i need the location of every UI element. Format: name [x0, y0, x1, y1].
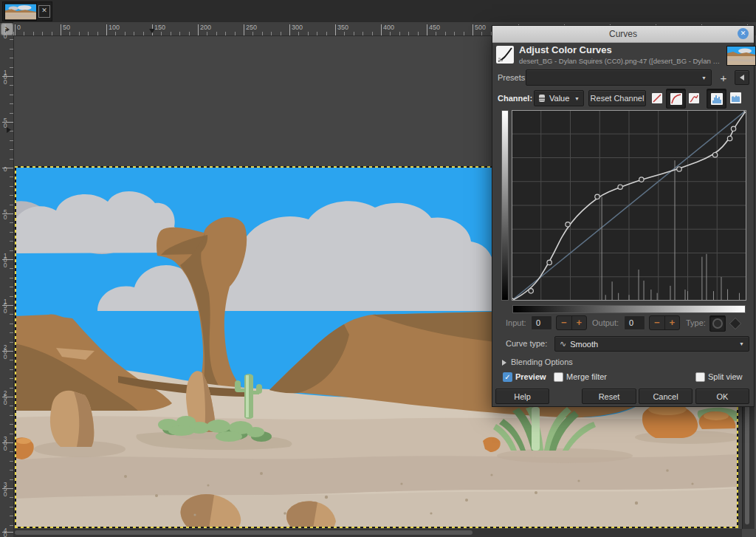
- channel-dropdown[interactable]: Value ▼: [534, 90, 584, 106]
- curve-plot[interactable]: [512, 110, 746, 301]
- input-field[interactable]: 0: [531, 315, 552, 330]
- ruler-h-label: 200: [200, 24, 211, 31]
- presets-dropdown[interactable]: ▼: [526, 69, 712, 86]
- ruler-h-label: 350: [337, 24, 348, 31]
- ruler-h-label: 400: [383, 24, 394, 31]
- chevron-down-icon: ▼: [574, 96, 580, 101]
- preview-checkbox[interactable]: ✓: [503, 372, 512, 382]
- ruler-h-label: 450: [429, 24, 440, 31]
- output-spinner[interactable]: −+: [649, 315, 680, 330]
- ok-button[interactable]: OK: [695, 389, 749, 404]
- ruler-h-label: 50: [63, 24, 70, 31]
- ruler-v-label: 1 0 0: [2, 253, 8, 268]
- image-tab[interactable]: ✕: [2, 1, 52, 21]
- merge-filter-checkbox[interactable]: [554, 372, 563, 382]
- ruler-h-label: 0: [17, 24, 21, 31]
- blending-options-label[interactable]: Blending Options: [511, 358, 573, 366]
- channel-icon: [538, 94, 546, 103]
- presets-add-button[interactable]: +: [717, 69, 730, 86]
- presets-label: Presets:: [498, 73, 527, 82]
- channel-value: Value: [549, 94, 569, 103]
- curve-linear-button[interactable]: [650, 92, 664, 105]
- arrow-left-icon: [740, 75, 744, 81]
- chevron-down-icon: ▼: [701, 75, 707, 81]
- ruler-v-label: 1 0 0: [2, 70, 8, 85]
- histogram-log-button[interactable]: [728, 90, 743, 106]
- curves-dialog: Curves ✕ Adjust Color Curves desert_BG -…: [492, 25, 755, 407]
- plus-icon[interactable]: +: [665, 316, 680, 329]
- minus-icon[interactable]: −: [650, 316, 664, 329]
- horizontal-scrollbar[interactable]: [13, 529, 742, 537]
- input-spinner[interactable]: −+: [556, 315, 587, 330]
- preview-label[interactable]: Preview: [515, 372, 546, 381]
- ruler-v-label: 2 0 0: [2, 345, 8, 360]
- channel-label: Channel:: [498, 94, 532, 103]
- curve-smooth-button[interactable]: [666, 89, 686, 109]
- dialog-close-button[interactable]: ✕: [738, 28, 749, 39]
- smooth-curve-icon: [670, 93, 682, 105]
- tab-close-icon[interactable]: ✕: [38, 5, 50, 18]
- reset-button[interactable]: Reset: [582, 389, 636, 404]
- split-view-label[interactable]: Split view: [708, 372, 742, 381]
- histogram-log-icon: [730, 92, 741, 103]
- wave-icon: ∿: [560, 339, 566, 349]
- reset-channel-button[interactable]: Reset Channel: [588, 90, 646, 106]
- image-preview-thumbnail: [726, 46, 756, 66]
- circle-icon: [712, 318, 723, 329]
- output-field[interactable]: 0: [624, 315, 645, 330]
- ruler-v-label: 2 5 0: [2, 391, 8, 406]
- curves-icon: [496, 46, 514, 64]
- curve-type-dropdown[interactable]: ∿ Smooth ▼: [554, 336, 749, 352]
- presets-menu-button[interactable]: [735, 70, 749, 85]
- chevron-down-icon: ▼: [739, 341, 744, 346]
- point-type-diamond-button[interactable]: [729, 318, 742, 330]
- point-type-circle-button[interactable]: [709, 315, 726, 332]
- ruler-vertical[interactable]: 1 5 01 0 05 005 01 0 01 5 02 0 02 5 03 0…: [0, 35, 14, 537]
- linear-curve-icon: [652, 93, 662, 103]
- input-label: Input:: [506, 318, 526, 327]
- ruler-h-label: 150: [154, 24, 165, 31]
- type-label: Type:: [686, 318, 706, 327]
- output-label: Output:: [592, 318, 619, 327]
- histogram-linear-button[interactable]: [707, 89, 726, 109]
- merge-filter-label[interactable]: Merge filter: [566, 372, 607, 381]
- horizontal-scrollbar-thumb[interactable]: [15, 530, 472, 535]
- ruler-v-position-marker: [7, 127, 11, 133]
- dialog-heading: Adjust Color Curves: [519, 44, 612, 55]
- ruler-v-label: 5 0: [2, 118, 8, 128]
- curve-freehand-button[interactable]: [687, 92, 701, 105]
- ruler-h-label: 500: [475, 24, 486, 31]
- layer-boundary-bottom: [15, 527, 738, 528]
- ruler-v-label: 3 0 0: [2, 437, 8, 451]
- blending-expander-arrow[interactable]: [502, 360, 506, 366]
- histogram-linear-icon: [711, 93, 723, 105]
- check-icon: ✓: [504, 373, 510, 381]
- dialog-title: Curves: [492, 29, 754, 39]
- split-view-checkbox[interactable]: [695, 372, 705, 382]
- dialog-subtitle: desert_BG - Dylan Squires (CC0).png-47 (…: [519, 57, 723, 65]
- dialog-titlebar[interactable]: Curves ✕: [492, 26, 754, 43]
- ruler-h-label: 100: [109, 24, 120, 31]
- ruler-v-label: 0: [2, 167, 8, 172]
- help-button[interactable]: Help: [495, 389, 549, 404]
- cancel-button[interactable]: Cancel: [639, 389, 693, 404]
- curve-type-value: Smooth: [570, 340, 598, 349]
- layer-boundary-left: [15, 166, 16, 528]
- minus-icon[interactable]: −: [557, 316, 571, 329]
- ruler-h-label: 250: [246, 24, 257, 31]
- curve-type-label: Curve type:: [506, 339, 547, 348]
- ruler-v-label: 4 0 0: [2, 528, 8, 537]
- ruler-h-label: 300: [292, 24, 303, 31]
- freehand-curve-icon: [689, 93, 699, 103]
- image-tab-bar: ✕: [0, 0, 756, 23]
- ruler-v-label: 1 5 0: [2, 299, 8, 314]
- input-gradient-bar: [512, 305, 746, 313]
- plus-icon: +: [721, 72, 727, 84]
- triangle-right-icon: [502, 360, 506, 366]
- ruler-v-label: 3 5 0: [2, 482, 8, 497]
- ruler-v-label: 1 5 0: [2, 24, 8, 39]
- plus-icon[interactable]: +: [572, 316, 587, 329]
- curve-plot-svg: [512, 110, 746, 301]
- gimp-window: ✕ 050100150200250300350400450500550 1 5 …: [0, 0, 756, 537]
- output-gradient-bar: [501, 110, 509, 301]
